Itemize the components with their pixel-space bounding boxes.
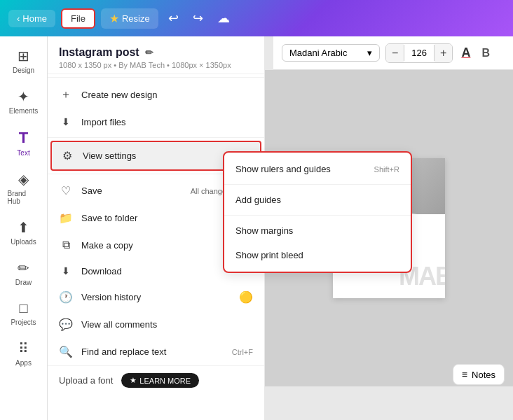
notes-icon: ≡: [462, 369, 467, 380]
design-icon: ⊞: [18, 48, 29, 64]
learn-more-button[interactable]: ★ LEARN MORE: [121, 373, 199, 388]
submenu-divider-1: [224, 184, 411, 185]
file-button[interactable]: File: [61, 8, 95, 29]
font-b-label: B: [481, 47, 490, 59]
sidebar-projects-label: Projects: [11, 318, 36, 326]
show-print-bleed-label: Show print bleed: [235, 250, 399, 260]
notes-button[interactable]: ≡ Notes: [453, 364, 505, 385]
uploads-icon: ⬆: [18, 219, 29, 236]
sidebar-draw-label: Draw: [15, 279, 32, 286]
sidebar-brand-hub-label: Brand Hub: [8, 190, 40, 205]
sidebar-item-uploads[interactable]: ⬆ Uploads: [4, 214, 44, 251]
comments-icon: 💬: [59, 318, 73, 331]
font-bold-button[interactable]: B: [479, 46, 493, 61]
menu-divider-1: [48, 77, 264, 78]
save-folder-icon: 📁: [59, 211, 73, 225]
edit-title-icon[interactable]: ✏: [145, 47, 153, 58]
submenu-item-add-guides[interactable]: Add guides: [224, 188, 411, 212]
sidebar-design-label: Design: [13, 66, 34, 74]
sidebar-item-draw[interactable]: ✏ Draw: [4, 254, 44, 292]
sidebar-item-design[interactable]: ⊞ Design: [4, 42, 44, 80]
find-icon: 🔍: [59, 345, 73, 358]
view-settings-submenu: Show rulers and guides Shift+R Add guide…: [223, 151, 412, 273]
file-menu-subtitle: 1080 x 1350 px • By MAB Tech • 1080px × …: [59, 61, 253, 69]
file-menu-item-create-new[interactable]: ＋ Create new design: [48, 80, 264, 109]
learn-more-label: LEARN MORE: [139, 377, 191, 385]
cloud-save-button[interactable]: ☁: [213, 8, 234, 29]
projects-icon: □: [19, 300, 27, 316]
notes-label: Notes: [472, 370, 495, 380]
submenu-divider-2: [224, 215, 411, 216]
resize-button[interactable]: ★ Resize: [101, 8, 158, 29]
text-icon: T: [19, 129, 28, 147]
font-family-select[interactable]: Madani Arabic ▾: [282, 44, 380, 62]
font-toolbar: Madani Arabic ▾ − 126 + A B: [273, 36, 513, 70]
sidebar-item-elements[interactable]: ✦ Elements: [4, 83, 44, 120]
show-rulers-shortcut: Shift+R: [374, 165, 399, 174]
elements-icon: ✦: [18, 88, 29, 105]
home-label: Home: [22, 13, 47, 24]
draw-icon: ✏: [18, 260, 29, 276]
find-replace-shortcut: Ctrl+F: [232, 348, 253, 356]
version-history-icon: 🕐: [59, 290, 73, 304]
add-guides-label: Add guides: [235, 195, 399, 205]
sidebar-elements-label: Elements: [9, 107, 39, 115]
sidebar-item-apps[interactable]: ⠿ Apps: [4, 335, 44, 372]
file-menu-title-text: Instagram post: [59, 46, 139, 59]
font-name-label: Madani Arabic: [289, 48, 347, 58]
save-icon: ♡: [59, 184, 73, 197]
undo-icon: ↩: [168, 11, 179, 25]
cloud-icon: ☁: [217, 11, 230, 25]
show-rulers-label: Show rulers and guides: [235, 164, 366, 174]
sidebar-apps-label: Apps: [15, 359, 32, 367]
find-replace-label: Find and replace text: [81, 346, 224, 357]
file-label: File: [71, 13, 86, 24]
font-size-decrease-button[interactable]: −: [386, 44, 404, 62]
sidebar-item-projects[interactable]: □ Projects: [4, 295, 44, 332]
chevron-down-icon: ▾: [367, 48, 372, 58]
font-size-control: − 126 +: [385, 43, 453, 63]
brand-hub-icon: ◈: [18, 171, 29, 188]
create-new-label: Create new design: [81, 90, 253, 100]
font-size-value: 126: [404, 45, 435, 61]
font-color-button[interactable]: A: [458, 44, 473, 62]
sidebar-item-text[interactable]: T Text: [4, 123, 44, 162]
save-label: Save: [81, 186, 182, 196]
menu-divider-2: [48, 137, 264, 138]
version-history-badge: 🟡: [239, 290, 253, 304]
sidebar: ⊞ Design ✦ Elements T Text ◈ Brand Hub ⬆…: [0, 36, 48, 420]
create-new-icon: ＋: [59, 88, 73, 102]
chevron-left-icon: ‹: [17, 13, 20, 24]
comments-label: View all comments: [81, 319, 253, 330]
resize-label: Resize: [122, 13, 150, 24]
resize-star-icon: ★: [109, 12, 119, 25]
learn-more-star-icon: ★: [130, 376, 137, 385]
upload-font-text: Upload a font: [59, 375, 113, 386]
file-menu-item-comments[interactable]: 💬 View all comments: [48, 311, 264, 338]
file-menu-header: Instagram post ✏ 1080 x 1350 px • By MAB…: [48, 36, 264, 74]
apps-icon: ⠿: [18, 340, 29, 357]
topbar: ‹ Home File ★ Resize ↩ ↪ ☁: [0, 0, 513, 36]
file-title-row: Instagram post ✏: [59, 46, 253, 59]
sidebar-uploads-label: Uploads: [11, 238, 36, 246]
submenu-item-show-rulers[interactable]: Show rulers and guides Shift+R: [224, 157, 411, 181]
font-size-increase-button[interactable]: +: [435, 44, 452, 62]
sidebar-text-label: Text: [17, 149, 29, 157]
home-button[interactable]: ‹ Home: [8, 10, 55, 27]
download-icon: ⬇: [59, 265, 73, 276]
file-menu-item-find-replace[interactable]: 🔍 Find and replace text Ctrl+F: [48, 338, 264, 365]
show-margins-label: Show margins: [235, 225, 399, 236]
sidebar-item-brand-hub[interactable]: ◈ Brand Hub: [4, 165, 44, 211]
file-menu-item-import[interactable]: ⬇ Import files: [48, 109, 264, 134]
import-icon: ⬇: [59, 116, 73, 127]
submenu-item-show-print-bleed[interactable]: Show print bleed: [224, 243, 411, 267]
undo-button[interactable]: ↩: [164, 8, 183, 29]
copy-icon: ⧉: [59, 239, 73, 251]
view-settings-label: View settings: [83, 150, 240, 161]
version-history-label: Version history: [81, 292, 231, 302]
redo-button[interactable]: ↪: [189, 8, 207, 29]
submenu-item-show-margins[interactable]: Show margins: [224, 218, 411, 243]
redo-icon: ↪: [193, 11, 203, 25]
view-settings-icon: ⚙: [60, 149, 74, 162]
file-menu-item-version-history[interactable]: 🕐 Version history 🟡: [48, 284, 264, 311]
